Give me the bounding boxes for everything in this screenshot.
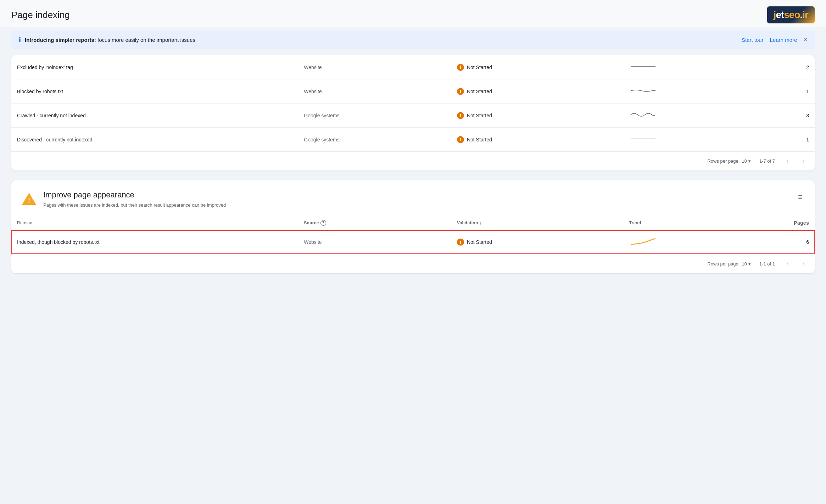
not-started-label: Not Started [467,113,492,118]
pagination-next-button[interactable]: › [800,156,808,166]
not-started-label: Not Started [467,65,492,70]
improve-pagination-range: 1-1 of 1 [759,261,775,267]
rows-per-page-value: 10 [742,158,747,164]
close-banner-button[interactable]: × [803,36,808,43]
chevron-down-icon: ▾ [748,158,751,164]
improve-pagination-next-button[interactable]: › [800,259,808,269]
rows-per-page: Rows per page: 10 ▾ [707,158,751,164]
pages-cell: 1 [738,128,815,152]
reason-cell: Excluded by 'noindex' tag [11,55,298,79]
source-help-icon[interactable]: ? [320,220,326,226]
pages-cell: 6 [738,230,815,254]
exclusions-pagination: Rows per page: 10 ▾ 1-7 of 7 ‹ › [11,151,815,170]
source-cell: Website [298,79,451,103]
logo-seo: seo [784,9,800,20]
improve-pagination: Rows per page: 10 ▾ 1-1 of 1 ‹ › [11,254,815,273]
logo: jetseo.ir [767,6,815,23]
section-header-left: ! Improve page appearance Pages with the… [21,190,226,209]
filter-icon[interactable]: ≡ [796,190,805,204]
improve-rows-per-page-label: Rows per page: [707,261,740,267]
col-validation: Validation ↓ [451,216,624,230]
pages-cell: 2 [738,55,815,79]
exclusions-table: Excluded by 'noindex' tagWebsite!Not Sta… [11,55,815,151]
reason-cell: Indexed, though blocked by robots.txt [11,230,298,254]
main-content: Excluded by 'noindex' tagWebsite!Not Sta… [0,55,826,297]
info-banner: ℹ Introducing simpler reports: focus mor… [11,30,815,49]
trend-cell [623,55,738,79]
improve-subtitle: Pages with these issues are indexed, but… [43,202,226,209]
exclamation-icon: ! [457,136,464,143]
improve-card: ! Improve page appearance Pages with the… [11,180,815,273]
warning-icon: ! [21,191,37,207]
improve-rows-per-page-select[interactable]: 10 ▾ [742,261,750,267]
exclusions-card: Excluded by 'noindex' tagWebsite!Not Sta… [11,55,815,170]
improve-rows-per-page: Rows per page: 10 ▾ [707,261,751,267]
col-pages: Pages [738,216,815,230]
reason-cell: Discovered - currently not indexed [11,128,298,152]
col-trend: Trend [623,216,738,230]
sort-arrow-icon: ↓ [480,220,482,225]
table-row: Blocked by robots.txtWebsite!Not Started… [11,79,815,103]
validation-cell: !Not Started [451,55,624,79]
exclamation-icon: ! [457,64,464,71]
reason-cell: Blocked by robots.txt [11,79,298,103]
exclamation-icon: ! [457,112,464,119]
validation-cell: !Not Started [451,103,624,128]
rows-per-page-select[interactable]: 10 ▾ [742,158,750,164]
page-header: Page indexing jetseo.ir [0,0,826,27]
section-info: Improve page appearance Pages with these… [43,190,226,209]
trend-cell [623,128,738,152]
validation-cell: !Not Started [451,128,624,152]
banner-text: Introducing simpler reports: focus more … [25,37,738,43]
not-started-label: Not Started [467,239,492,245]
validation-cell: !Not Started [451,79,624,103]
banner-actions: Start tour Learn more × [742,36,808,43]
table-row: Discovered - currently not indexedGoogle… [11,128,815,152]
source-cell: Website [298,230,451,254]
pages-cell: 1 [738,79,815,103]
improve-rows-per-page-value: 10 [742,261,747,267]
rows-per-page-label: Rows per page: [707,158,740,164]
page-title: Page indexing [11,10,70,21]
pagination-prev-button[interactable]: ‹ [783,156,791,166]
exclamation-icon: ! [457,239,464,246]
col-reason: Reason [11,216,298,230]
validation-cell: !Not Started [451,230,624,254]
table-row: Indexed, though blocked by robots.txtWeb… [11,230,815,254]
source-cell: Website [298,55,451,79]
pages-cell: 3 [738,103,815,128]
improve-table: Reason Source ? Validation ↓ [11,216,815,254]
table-row: Excluded by 'noindex' tagWebsite!Not Sta… [11,55,815,79]
section-header: ! Improve page appearance Pages with the… [11,180,815,216]
logo-ir: ir [802,9,808,20]
reason-cell: Crawled - currently not indexed [11,103,298,128]
improve-title: Improve page appearance [43,190,226,200]
svg-text:!: ! [28,197,30,204]
exclamation-icon: ! [457,88,464,95]
chevron-down-icon-2: ▾ [748,261,751,267]
source-cell: Google systems [298,128,451,152]
trend-cell [623,79,738,103]
trend-cell [623,103,738,128]
improve-pagination-prev-button[interactable]: ‹ [783,259,791,269]
not-started-label: Not Started [467,89,492,94]
trend-cell [623,230,738,254]
table-row: Crawled - currently not indexedGoogle sy… [11,103,815,128]
logo-et: et [776,9,784,20]
start-tour-button[interactable]: Start tour [742,37,764,43]
col-source: Source ? [298,216,451,230]
pagination-range: 1-7 of 7 [759,158,775,164]
info-icon: ℹ [18,35,21,44]
learn-more-button[interactable]: Learn more [770,37,797,43]
not-started-label: Not Started [467,137,492,142]
source-cell: Google systems [298,103,451,128]
